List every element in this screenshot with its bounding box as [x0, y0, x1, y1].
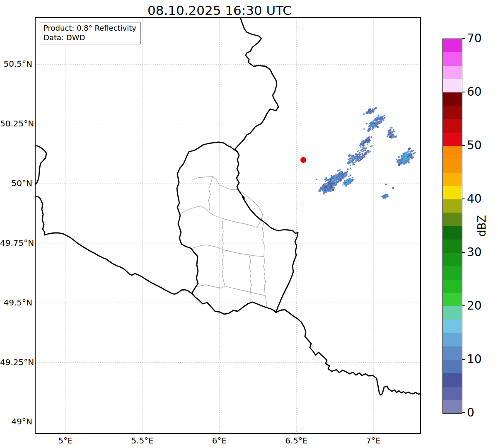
canton-border — [261, 218, 267, 308]
canton-border — [222, 219, 225, 286]
x-tick-label: 6°E — [195, 436, 244, 446]
radar-echo — [354, 158, 356, 160]
radar-echo — [332, 187, 334, 189]
radar-echo — [349, 162, 351, 163]
colorbar-segment — [443, 333, 462, 346]
radar-echo — [342, 184, 343, 186]
radar-echo — [353, 164, 355, 165]
radar-echo — [360, 144, 362, 145]
radar-echo — [346, 172, 348, 173]
colorbar-segment — [443, 92, 462, 106]
colorbar-segment — [443, 386, 462, 400]
product-info-line1: Product: 0.8° Reflectivity — [44, 23, 136, 33]
radar-echo — [391, 131, 392, 133]
radar-echo — [350, 174, 351, 176]
radar-echo — [361, 150, 362, 151]
radar-echo — [387, 196, 389, 197]
colorbar-segment — [443, 320, 462, 333]
y-tick-label: 49.5°N — [0, 298, 32, 308]
radar-echo — [331, 178, 332, 179]
radar-echo — [325, 190, 326, 191]
radar-echo — [362, 145, 364, 146]
x-tick-label: 6.5°E — [271, 436, 321, 446]
radar-echo — [352, 161, 353, 162]
radar-echo — [363, 155, 364, 156]
radar-echo — [401, 160, 403, 161]
radar-echo — [357, 159, 359, 161]
map-canvas — [0, 0, 498, 448]
radar-echo — [324, 183, 326, 184]
colorbar-segment — [443, 226, 462, 240]
radar-echo — [339, 173, 340, 174]
colorbar-segment — [443, 146, 462, 160]
radar-echo — [364, 150, 365, 151]
radar-echo — [409, 155, 410, 156]
radar-echo — [386, 195, 387, 196]
radar-echo — [368, 111, 370, 112]
radar-echo — [349, 160, 351, 162]
radar-echo — [373, 126, 374, 128]
radar-site-dot — [300, 157, 306, 163]
radar-echo — [328, 189, 329, 190]
radar-echo — [341, 176, 342, 177]
radar-echo — [390, 127, 392, 128]
radar-echo — [391, 136, 392, 138]
radar-echo — [402, 156, 404, 157]
radar-echo — [369, 136, 370, 138]
radar-echo — [375, 107, 377, 109]
colorbar-tick-label: 70 — [467, 32, 482, 45]
radar-echo — [344, 183, 346, 185]
radar-echo — [396, 159, 397, 160]
colorbar-segment — [443, 106, 462, 119]
colorbar-segment — [443, 360, 462, 373]
radar-echo — [365, 141, 367, 143]
gridlines — [35, 17, 421, 433]
radar-echo — [328, 186, 329, 187]
country-border-france-germany — [276, 310, 421, 395]
radar-echo — [377, 126, 379, 128]
colorbar-tick — [462, 252, 465, 253]
radar-echo — [326, 177, 327, 179]
y-tick-label: 50°N — [0, 178, 32, 188]
colorbar-tick — [462, 38, 465, 39]
radar-echo — [384, 117, 385, 118]
radar-echo — [385, 197, 387, 198]
radar-echo — [341, 173, 342, 174]
radar-echo — [328, 191, 329, 192]
radar-echo — [376, 125, 377, 126]
canton-border — [180, 206, 261, 228]
radar-echo — [381, 120, 382, 121]
colorbar-segment — [443, 186, 462, 199]
radar-echo — [363, 128, 365, 130]
y-tick-label: 49°N — [0, 417, 32, 426]
radar-echo — [408, 162, 410, 163]
canton-border — [249, 255, 252, 303]
radar-echo — [406, 154, 408, 155]
radar-echo — [371, 122, 372, 123]
colorbar-tick — [462, 412, 465, 413]
radar-echo — [385, 184, 387, 185]
radar-echo — [403, 160, 404, 162]
radar-echo — [367, 144, 368, 145]
radar-echo — [404, 160, 406, 161]
colorbar-segment — [443, 400, 462, 413]
radar-echo — [331, 190, 332, 191]
colorbar-segment — [443, 52, 462, 66]
radar-echo — [346, 182, 347, 183]
radar-echo — [340, 178, 341, 179]
radar-echo — [370, 127, 371, 128]
radar-echo — [410, 155, 411, 156]
radar-echo — [406, 158, 408, 160]
radar-echo — [327, 189, 328, 190]
radar-echo — [345, 185, 347, 187]
plot-frame — [35, 17, 421, 433]
colorbar-segment — [443, 79, 462, 92]
radar-echo — [388, 131, 389, 132]
radar-echo — [368, 126, 369, 127]
radar-echo — [389, 132, 390, 133]
colorbar-tick — [462, 199, 465, 199]
radar-echo — [384, 115, 385, 116]
radar-echo — [403, 163, 405, 165]
colorbar-segment — [443, 373, 462, 387]
radar-echo — [392, 131, 393, 132]
